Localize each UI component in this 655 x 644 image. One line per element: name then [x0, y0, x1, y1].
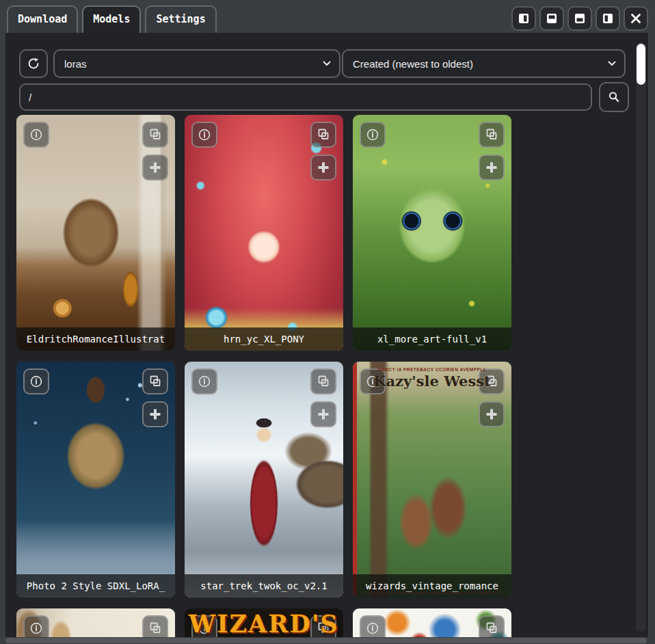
chevron-down-icon [323, 61, 331, 66]
copy-icon [148, 127, 163, 142]
info-button[interactable] [360, 122, 386, 148]
model-browser-window: Download Models Settings [0, 0, 655, 644]
copy-button[interactable] [310, 368, 336, 394]
search-button[interactable] [599, 82, 629, 112]
copy-icon [484, 621, 499, 636]
poster-text: NANCY IA PRETEBACV CCORIEN AVEMPPLL Kazy… [353, 362, 511, 598]
model-card[interactable]: xl_more_art-full_v1 [353, 115, 511, 351]
add-button[interactable] [310, 401, 336, 427]
panel-top-icon [544, 11, 559, 26]
info-button[interactable] [191, 615, 217, 637]
search-input[interactable] [19, 83, 592, 111]
panel-bottom-icon [572, 11, 587, 26]
info-icon [29, 375, 43, 388]
model-card[interactable] [16, 608, 175, 637]
window-controls [511, 6, 648, 31]
info-icon [198, 621, 211, 635]
info-button[interactable] [191, 122, 217, 148]
copy-icon [484, 127, 499, 142]
info-icon [366, 621, 379, 635]
add-button[interactable] [479, 155, 505, 180]
model-type-value: loras [64, 58, 87, 70]
tab-settings[interactable]: Settings [145, 5, 216, 33]
model-name: wizards_vintage_romance [353, 574, 511, 598]
tab-models[interactable]: Models [82, 5, 141, 33]
add-button[interactable] [142, 155, 168, 180]
model-preview-image [185, 115, 343, 351]
info-icon [29, 128, 43, 142]
model-card[interactable]: EldritchRomanceIllustrat [16, 115, 175, 351]
model-card[interactable]: star_trek_twok_oc_v2.1 [185, 362, 343, 598]
copy-icon [316, 621, 331, 636]
plus-icon [148, 161, 162, 174]
model-name: hrn_yc_XL_PONY [185, 327, 343, 351]
copy-icon [148, 374, 163, 389]
split-bottom-button[interactable] [567, 6, 592, 31]
model-name: EldritchRomanceIllustrat [16, 327, 175, 351]
sort-order-select[interactable]: Created (newest to oldest) [342, 49, 626, 78]
model-preview-image [16, 115, 175, 351]
plus-icon [317, 161, 330, 174]
vertical-scrollbar[interactable] [636, 42, 646, 632]
panel-left-icon [600, 11, 615, 26]
info-button[interactable] [23, 122, 49, 148]
model-preview-image [353, 115, 511, 351]
copy-button[interactable] [142, 122, 168, 148]
copy-icon [316, 374, 331, 389]
split-right-button[interactable] [511, 6, 536, 31]
add-button[interactable] [142, 401, 168, 427]
model-name: xl_more_art-full_v1 [353, 327, 511, 351]
split-left-button[interactable] [596, 6, 620, 31]
copy-button[interactable] [142, 368, 168, 394]
model-card[interactable] [353, 608, 511, 637]
info-icon [198, 128, 211, 142]
models-panel: loras Created (newest to oldest) [5, 33, 648, 637]
plus-icon [148, 407, 162, 421]
add-button[interactable] [310, 155, 336, 180]
model-card[interactable]: WIZARD'S [185, 608, 343, 637]
panel-right-icon [516, 11, 531, 26]
plus-icon [317, 407, 330, 421]
info-button[interactable] [191, 368, 217, 394]
info-button[interactable] [360, 368, 386, 394]
plus-icon [485, 407, 498, 421]
model-card-grid: EldritchRomanceIllustrat hrn_yc_XL_PONY [16, 115, 511, 637]
info-icon [366, 128, 379, 142]
horizontal-scrollbar[interactable] [5, 638, 647, 643]
model-card[interactable]: hrn_yc_XL_PONY [185, 115, 343, 351]
search-icon [607, 90, 621, 104]
refresh-button[interactable] [19, 49, 48, 78]
add-button[interactable] [479, 401, 505, 427]
model-name: Photo 2 Style SDXL_LoRA_ [16, 574, 175, 598]
copy-icon [484, 374, 499, 389]
info-icon [366, 375, 379, 388]
split-top-button[interactable] [539, 6, 564, 31]
model-card[interactable]: NANCY IA PRETEBACV CCORIEN AVEMPPLL Kazy… [353, 362, 511, 598]
scrollbar-thumb[interactable] [637, 44, 645, 85]
model-preview-image: NANCY IA PRETEBACV CCORIEN AVEMPPLL Kazy… [353, 362, 511, 598]
sort-order-value: Created (newest to oldest) [353, 58, 473, 70]
copy-icon [148, 621, 163, 636]
copy-button[interactable] [479, 368, 505, 394]
info-icon [29, 621, 43, 635]
info-button[interactable] [360, 615, 386, 637]
refresh-icon [26, 56, 41, 71]
tab-bar: Download Models Settings [0, 0, 655, 33]
copy-button[interactable] [310, 122, 336, 148]
model-type-select[interactable]: loras [53, 49, 340, 78]
model-preview-image [185, 362, 343, 598]
plus-icon [485, 161, 498, 174]
info-button[interactable] [23, 368, 49, 394]
model-card[interactable]: Photo 2 Style SDXL_LoRA_ [16, 362, 175, 598]
chevron-down-icon [608, 61, 616, 66]
copy-button[interactable] [142, 615, 168, 637]
close-panel-button[interactable] [624, 6, 648, 31]
info-icon [198, 375, 211, 388]
info-button[interactable] [23, 615, 49, 637]
tab-download[interactable]: Download [7, 5, 78, 33]
copy-button[interactable] [479, 122, 505, 148]
model-preview-image [16, 362, 175, 598]
copy-button[interactable] [479, 615, 505, 637]
copy-button[interactable] [310, 615, 336, 637]
copy-icon [316, 127, 331, 142]
